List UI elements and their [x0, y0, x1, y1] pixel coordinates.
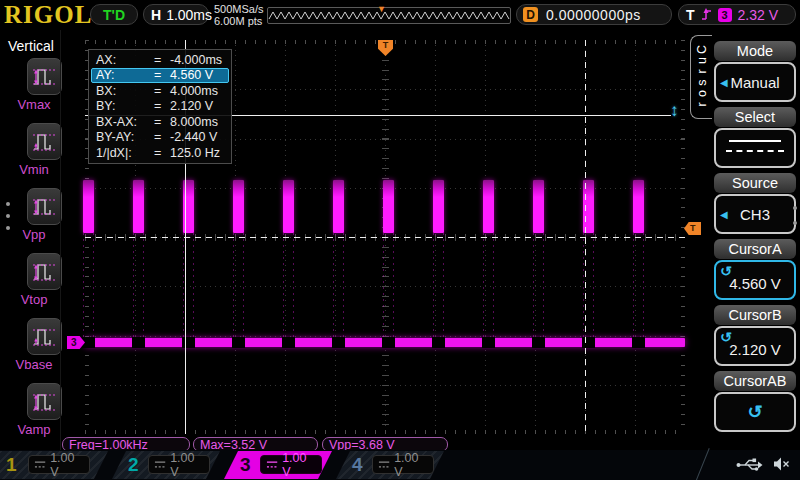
measure-button-vmin[interactable]	[27, 123, 62, 160]
ch3-baseline-gap	[482, 337, 495, 348]
ch3-pulse	[133, 180, 144, 233]
ch3-baseline-gap	[132, 337, 145, 348]
cursor-b-horizontal-line[interactable]	[85, 237, 685, 238]
ch3-pulse	[533, 180, 544, 233]
trigger-position-marker[interactable]: T	[378, 40, 393, 56]
channel-scale-box: 1.00 V	[148, 455, 210, 474]
ch3-pulse-edge	[493, 233, 494, 338]
cursor-info-row: AX:=-4.000ms	[91, 52, 229, 68]
ch3-pulse-edge	[443, 233, 444, 338]
measure-button-vtop[interactable]	[27, 253, 62, 290]
cursor-info-row: BX:=4.000ms	[91, 83, 229, 99]
ch3-baseline-gap	[232, 337, 245, 348]
waveform-preview-strip[interactable]: ▼	[267, 7, 511, 24]
channel-scale-value: 1.00 V	[170, 451, 204, 479]
delay-badge[interactable]: D 0.00000000ps	[516, 4, 672, 25]
trigger-source-channel-badge: 3	[718, 8, 732, 22]
ch3-pulse-edge	[433, 233, 434, 338]
channel-scale-value: 1.00 V	[50, 451, 84, 479]
cursor-info-equals: =	[154, 84, 170, 98]
channel-number: 2	[128, 451, 139, 479]
cursor-info-equals: =	[154, 53, 170, 67]
ch3-baseline-gap	[432, 337, 445, 348]
menu-group-cursora: CursorA↺4.560 V	[714, 239, 796, 300]
menu-group-mode: Mode◀Manual	[714, 41, 796, 102]
cursor-info-equals: =	[154, 115, 170, 129]
channel-3-tab[interactable]: 3 1.00 V	[224, 451, 332, 479]
sidebar-divider	[60, 30, 61, 450]
left-menu-title: Vertical	[8, 38, 54, 54]
cursor-info-label: BX-AX:	[92, 115, 154, 129]
ch3-pulse-edge	[633, 233, 634, 338]
vtop-waveform-icon	[30, 258, 59, 285]
ch3-pulse-edge	[293, 233, 294, 338]
trigger-label: T	[686, 7, 695, 23]
statusbar-divider	[695, 448, 709, 480]
ch3-pulse-edge	[133, 233, 134, 338]
cursor-tab-letter: r	[696, 95, 707, 115]
rising-edge-icon	[701, 7, 712, 22]
trigger-level-marker[interactable]: T	[684, 222, 701, 235]
menu-header-mode: Mode	[714, 41, 796, 61]
cursor-info-label: AY:	[92, 68, 154, 82]
vpp-waveform-icon	[30, 193, 59, 220]
delay-value: 0.00000000ps	[546, 7, 641, 23]
left-menu-scroll-dots	[6, 202, 10, 230]
horizontal-label: H	[151, 7, 161, 23]
channel-status-bar: 1 1.00 V2 1.00 V3 1.00 V4 1.00 V	[0, 450, 800, 480]
ch3-pulse-edge	[83, 233, 84, 338]
cursor-info-row: 1/|dX|:=125.0 Hz	[91, 145, 229, 161]
menu-page-dots	[793, 206, 797, 225]
menu-softkey-cursora[interactable]: ↺4.560 V	[714, 260, 796, 300]
ch3-baseline-gap	[182, 337, 195, 348]
page-dot	[793, 206, 797, 210]
menu-header-cursora: CursorA	[714, 239, 796, 259]
measure-button-vamp[interactable]	[27, 383, 62, 420]
cursor-info-equals: =	[154, 99, 170, 113]
ch3-baseline-gap	[332, 337, 345, 348]
vmax-label: Vmax	[0, 97, 68, 112]
cursor-readout-panel: AX:=-4.000msAY:=4.560 VBX:=4.000msBY:=2.…	[88, 49, 232, 164]
channel-2-tab[interactable]: 2 1.00 V	[112, 451, 220, 479]
trigger-position-mini-icon[interactable]: ▼	[377, 5, 386, 14]
ch3-pulse-edge	[283, 233, 284, 338]
menu-softkey-cursorb[interactable]: ↺2.120 V	[714, 326, 796, 366]
ch3-baseline-gap	[582, 337, 595, 348]
measure-button-vpp[interactable]	[27, 188, 62, 225]
ch3-pulse-edge	[543, 233, 544, 338]
menu-softkey-cursorab[interactable]: ↺	[714, 392, 796, 432]
timebase-value: 1.00ms	[166, 7, 212, 23]
channel-number: 3	[240, 451, 251, 479]
oscilloscope-screen: { "top_bar": { "logo": "RIGOL", "trig_st…	[0, 0, 800, 480]
dc-coupling-icon	[154, 460, 166, 469]
menu-group-cursorab: CursorAB↺	[714, 371, 796, 432]
menu-softkey-source[interactable]: ◀CH3	[714, 194, 796, 234]
cursor-info-equals: =	[154, 146, 170, 160]
menu-header-select: Select	[714, 107, 796, 127]
cursor-info-label: BX:	[92, 84, 154, 98]
menu-softkey-mode[interactable]: ◀Manual	[714, 62, 796, 102]
menu-softkey-select[interactable]	[714, 128, 796, 168]
acquisition-info: 500MSa/s 6.00M pts	[214, 3, 264, 28]
cursor-info-value: 2.120 V	[170, 99, 228, 113]
vpp-label: Vpp	[0, 227, 68, 242]
menu-value: CH3	[716, 206, 794, 223]
scroll-dot	[6, 214, 10, 218]
timebase-badge[interactable]: H 1.00ms	[143, 4, 209, 25]
measure-button-vbase[interactable]	[27, 318, 62, 355]
cursor-info-value: 4.560 V	[170, 68, 228, 82]
ch3-pulse-edge	[333, 233, 334, 338]
ch3-pulse	[383, 180, 394, 233]
channel-number: 1	[6, 451, 17, 479]
channel-4-tab[interactable]: 4 1.00 V	[336, 451, 444, 479]
cursor-info-value: -4.000ms	[170, 53, 228, 67]
cursor-a-drag-handle-icon[interactable]: ↕	[670, 102, 679, 119]
cursor-info-row: BY-AY:=-2.440 V	[91, 130, 229, 146]
delay-flag-icon: D	[523, 7, 538, 22]
trigger-badge[interactable]: T 3 2.32 V	[678, 4, 796, 25]
channel-1-tab[interactable]: 1 1.00 V	[0, 451, 108, 479]
ch3-pulse	[433, 180, 444, 233]
cursor-menu-panel: Cursor Mode◀ManualSelectSource◀CH3Cursor…	[712, 30, 800, 450]
ch3-pulse	[83, 180, 94, 233]
measure-button-vmax[interactable]	[27, 58, 62, 95]
